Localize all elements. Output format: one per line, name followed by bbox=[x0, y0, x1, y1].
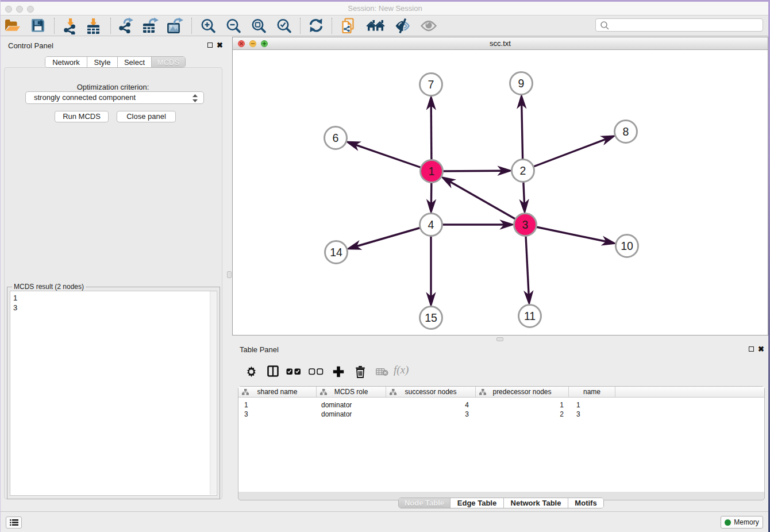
svg-text:3: 3 bbox=[522, 218, 529, 231]
svg-text:4: 4 bbox=[428, 218, 434, 231]
svg-text:7: 7 bbox=[428, 78, 434, 91]
svg-text:11: 11 bbox=[524, 310, 536, 322]
svg-text:10: 10 bbox=[621, 240, 633, 252]
svg-text:15: 15 bbox=[425, 311, 437, 324]
svg-text:2: 2 bbox=[520, 164, 526, 177]
svg-text:14: 14 bbox=[330, 246, 342, 259]
svg-text:6: 6 bbox=[333, 132, 339, 144]
svg-text:9: 9 bbox=[518, 77, 525, 90]
svg-text:8: 8 bbox=[623, 125, 629, 138]
svg-text:1: 1 bbox=[429, 165, 435, 178]
